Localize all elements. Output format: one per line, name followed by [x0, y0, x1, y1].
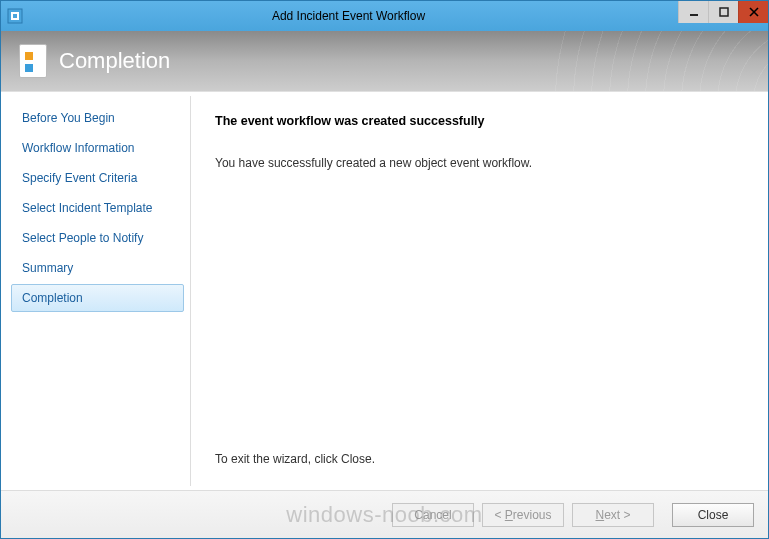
svg-rect-2: [13, 14, 17, 18]
titlebar: Add Incident Event Workflow: [1, 1, 768, 31]
step-before-you-begin[interactable]: Before You Begin: [11, 104, 184, 132]
wizard-body: Before You Begin Workflow Information Sp…: [1, 91, 768, 490]
window-close-button[interactable]: [738, 1, 768, 23]
step-completion[interactable]: Completion: [11, 284, 184, 312]
close-button[interactable]: Close: [672, 503, 754, 527]
svg-rect-4: [720, 8, 728, 16]
step-specify-event-criteria[interactable]: Specify Event Criteria: [11, 164, 184, 192]
wizard-header: Completion: [1, 31, 768, 91]
step-workflow-information[interactable]: Workflow Information: [11, 134, 184, 162]
content-heading: The event workflow was created successfu…: [215, 114, 740, 128]
content-message: You have successfully created a new obje…: [215, 156, 740, 170]
window-title: Add Incident Event Workflow: [29, 9, 768, 23]
step-select-people-to-notify[interactable]: Select People to Notify: [11, 224, 184, 252]
wizard-footer: windows-noob.com Cancel < Previous Next …: [1, 490, 768, 538]
wizard-steps-sidebar: Before You Begin Workflow Information Sp…: [5, 96, 191, 486]
next-button: Next >: [572, 503, 654, 527]
svg-rect-3: [690, 14, 698, 16]
wizard-window: Add Incident Event Workflow Completion B…: [0, 0, 769, 539]
workflow-icon: [19, 44, 47, 78]
content-exit-hint: To exit the wizard, click Close.: [215, 452, 740, 466]
window-controls: [678, 1, 768, 23]
page-title: Completion: [59, 48, 170, 74]
maximize-button[interactable]: [708, 1, 738, 23]
previous-button: < Previous: [482, 503, 564, 527]
cancel-button: Cancel: [392, 503, 474, 527]
minimize-button[interactable]: [678, 1, 708, 23]
step-summary[interactable]: Summary: [11, 254, 184, 282]
app-icon: [7, 8, 23, 24]
step-select-incident-template[interactable]: Select Incident Template: [11, 194, 184, 222]
wizard-content: The event workflow was created successfu…: [191, 96, 764, 486]
